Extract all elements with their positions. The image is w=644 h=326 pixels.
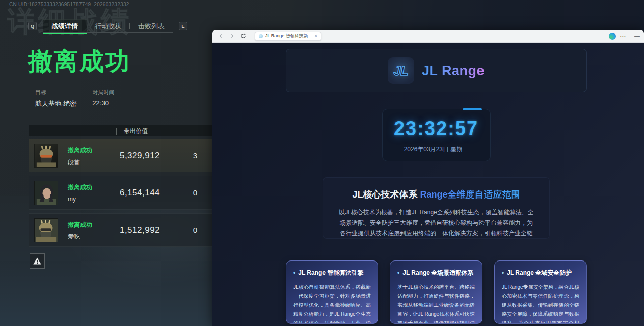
- page-column: JL JL Range 23:32:57 2026年03月23日 星期一 JL核…: [286, 49, 587, 324]
- feature-body: 基于JL核心技术的跨平台、跨终端适配能力，打通硬件与软件链路，实现从移动端到工业…: [397, 283, 475, 324]
- status-badge: 撤离成功: [68, 146, 92, 155]
- window-controls: ⋯ —: [609, 33, 640, 40]
- tab-favicon-icon: [259, 34, 263, 38]
- match-info: 目标 航天基地-绝密 对局时间 22:30: [29, 88, 123, 109]
- avatar-soldier: [34, 144, 58, 168]
- kill-count: 3: [185, 151, 205, 160]
- feature-card-adaptation[interactable]: •JL Range 全场景适配体系 基于JL核心技术的跨平台、跨终端适配能力，打…: [390, 260, 482, 324]
- section-title-main: JL核心技术体系: [352, 189, 420, 200]
- player-info: 撤离成功 my: [68, 183, 92, 203]
- kill-count: 0: [185, 188, 205, 197]
- back-icon: [219, 34, 223, 38]
- loot-value: 6,154,144: [105, 188, 175, 198]
- feature-title: •JL Range 智能算法引擎: [293, 269, 371, 277]
- tab-label: 战绩详情: [52, 22, 78, 31]
- feature-card-security[interactable]: •JL Range 全域安全防护 JL Range专属安全架构，融合JL核心加密…: [494, 260, 587, 324]
- tab-label: 行动收获: [95, 22, 121, 31]
- screen: 详细战绩 CN UID:182753333236951787749_202603…: [0, 0, 644, 326]
- tab-battle-details[interactable]: 战绩详情: [43, 19, 87, 33]
- loot-value: 1,512,992: [105, 225, 175, 235]
- clock-accent-tick: [463, 108, 482, 110]
- controls-divider: [630, 33, 630, 39]
- results-tabbar: 战绩详情 行动收获 击败列表: [43, 19, 173, 33]
- player-name: my: [68, 195, 92, 203]
- hotkey-q-badge: Q: [28, 22, 37, 30]
- kill-count: 0: [185, 226, 205, 234]
- browser-tab[interactable]: JL Range 智领科技新... ×: [255, 32, 321, 41]
- bullet-icon: •: [293, 269, 295, 276]
- section-title: JL核心技术体系 Range全维度自适应范围: [338, 188, 534, 201]
- target-label: 目标: [35, 89, 76, 96]
- tab-action-loot[interactable]: 行动收获: [87, 19, 129, 33]
- feature-body: JL核心自研智能算法体系，搭载新一代深度学习框架，针对多场景进行模型优化，具备毫…: [293, 283, 371, 324]
- bullet-icon: •: [502, 269, 504, 276]
- back-button[interactable]: [216, 32, 225, 41]
- feature-card-algorithm[interactable]: •JL Range 智能算法引擎 JL核心自研智能算法体系，搭载新一代深度学习框…: [286, 260, 378, 324]
- player-uid: CN UID:182753333236951787749_20260323233…: [9, 2, 129, 7]
- clock-time: 23:32:57: [383, 118, 490, 140]
- intro-section-card: JL核心技术体系 Range全维度自适应范围 以JL核心技术为根基，打造JL R…: [323, 177, 550, 239]
- clock-card: 23:32:57 2026年03月23日 星期一: [382, 109, 491, 161]
- result-title: 撤离成功: [28, 45, 131, 78]
- jl-logo-icon: JL: [388, 57, 414, 84]
- reload-button[interactable]: [238, 32, 248, 41]
- tab-label: 击败列表: [138, 22, 165, 31]
- section-description: 以JL核心技术为根基，打造JL Range全系列科技生态，覆盖智能算法、全场景适…: [338, 207, 534, 239]
- match-time-label: 对局时间: [92, 89, 114, 96]
- brand-name: JL Range: [422, 63, 485, 79]
- hotkey-e-badge: E: [179, 22, 187, 30]
- bullet-icon: •: [397, 269, 399, 276]
- browser-window: JL Range 智领科技新... × ⋯ — JL JL Range 23:3…: [212, 30, 644, 326]
- tab-title: JL Range 智领科技新...: [265, 33, 312, 39]
- avatar-soldier-2: [34, 218, 58, 242]
- more-menu-icon[interactable]: ⋯: [620, 33, 626, 39]
- status-badge: 撤离成功: [68, 183, 92, 192]
- feature-title: •JL Range 全域安全防护: [502, 269, 579, 277]
- target-value: 航天基地-绝密: [35, 99, 76, 108]
- tabbar-underline: [43, 32, 173, 33]
- brand-header-card: JL JL Range: [286, 49, 587, 92]
- feature-body: JL Range专属安全架构，融合JL核心加密技术与零信任防护理念，构建从数据采…: [502, 283, 579, 324]
- tab-close-icon[interactable]: ×: [314, 34, 317, 39]
- status-badge: 撤离成功: [68, 221, 92, 229]
- loot-value: 5,329,912: [105, 151, 175, 161]
- avatar-woman: [34, 181, 58, 205]
- feature-cards: •JL Range 智能算法引擎 JL核心自研智能算法体系，搭载新一代深度学习框…: [286, 260, 587, 324]
- warning-icon: [33, 257, 42, 265]
- forward-icon: [230, 34, 234, 38]
- forward-button[interactable]: [227, 32, 236, 41]
- edge-browser-icon[interactable]: [609, 33, 616, 40]
- target-block: 目标 航天基地-绝密: [29, 88, 86, 109]
- browser-toolbar: JL Range 智领科技新... × ⋯ —: [212, 30, 644, 43]
- clock-date: 2026年03月23日 星期一: [383, 145, 490, 154]
- reload-icon: [240, 33, 246, 39]
- player-info: 撤离成功 爱吃: [68, 221, 92, 241]
- section-title-accent: Range全维度自适应范围: [420, 189, 520, 200]
- feature-title: •JL Range 全场景适配体系: [397, 269, 475, 277]
- webpage-content: JL JL Range 23:32:57 2026年03月23日 星期一 JL核…: [212, 43, 644, 326]
- player-info: 撤离成功 段首: [68, 146, 92, 167]
- minimize-icon[interactable]: —: [634, 33, 640, 39]
- tab-kill-list[interactable]: 击败列表: [130, 19, 173, 33]
- warning-button[interactable]: [30, 253, 45, 269]
- player-name: 段首: [68, 158, 92, 167]
- match-time-block: 对局时间 22:30: [86, 88, 123, 109]
- column-loot-value: 带出价值: [99, 127, 170, 136]
- player-name: 爱吃: [68, 233, 92, 241]
- match-time-value: 22:30: [92, 99, 114, 107]
